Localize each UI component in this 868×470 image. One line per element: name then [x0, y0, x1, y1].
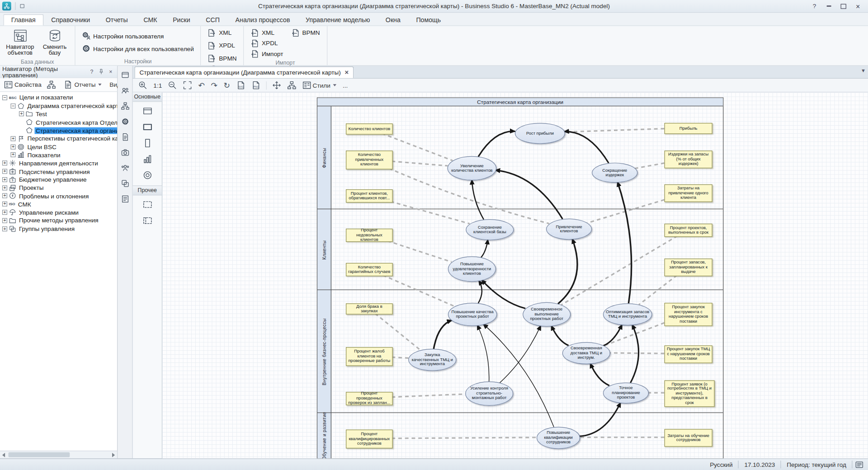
tree-expander-icon[interactable]: +: [2, 226, 7, 231]
panel-users-button[interactable]: [119, 85, 131, 96]
kpi-node[interactable]: Процент клиентов, обратившихся повт...: [346, 189, 393, 202]
undo-button[interactable]: ↶: [197, 80, 206, 90]
goal-node[interactable]: Сокращение издержек: [592, 163, 637, 183]
panel-help-button[interactable]: ?: [88, 67, 96, 75]
refresh-button[interactable]: ↻: [222, 80, 231, 90]
goal-node[interactable]: Увеличение количества клиентов: [448, 156, 497, 180]
ribbon-button-Настройки пользователя[interactable]: Настройки пользователя: [79, 30, 197, 41]
ribbon-button-Настройки для всех пользователей[interactable]: Настройки для всех пользователей: [79, 43, 197, 54]
goal-node[interactable]: Точное планирование проектов: [603, 382, 649, 404]
properties-button[interactable]: Свойства: [2, 79, 44, 90]
scroll-thumb[interactable]: [9, 452, 70, 457]
customize-quick-access-button[interactable]: [19, 1, 25, 11]
tree-item[interactable]: +Цели BSC: [0, 143, 117, 151]
tree-item[interactable]: +Показатели: [0, 151, 117, 159]
hierarchy-button[interactable]: [45, 79, 58, 90]
ribbon-button-Импорт-XML[interactable]: XML: [247, 27, 287, 38]
redo-button[interactable]: ↷: [210, 80, 218, 90]
tree-item[interactable]: +Перспективы стратегической карты: [0, 135, 117, 143]
goal-node[interactable]: Усиление контроля строительно-монтажных …: [465, 381, 513, 406]
goal-node[interactable]: Своевременное выполнение проектных работ: [523, 302, 571, 327]
tree-item[interactable]: +Test: [0, 110, 117, 118]
document-tab[interactable]: Стратегическая карта организации (Диагра…: [134, 66, 354, 78]
palette-shape-rect-button[interactable]: [137, 120, 157, 134]
close-tab-icon[interactable]: ×: [344, 69, 349, 76]
scroll-right-button[interactable]: [110, 451, 117, 458]
status-date[interactable]: 17.10.2023: [739, 461, 781, 468]
tree-item[interactable]: +Проекты: [0, 183, 117, 192]
status-period[interactable]: Период: текущий год: [781, 461, 852, 468]
kpi-node[interactable]: Процент проектов, выполненных в срок: [665, 224, 712, 237]
palette-section-Прочее[interactable]: Прочее: [133, 185, 162, 195]
ribbon-tab-Помощь[interactable]: Помощь: [408, 14, 448, 25]
panel-close-button[interactable]: ×: [107, 67, 115, 75]
kpi-node[interactable]: Количество клиентов: [346, 123, 393, 134]
tree-item[interactable]: −Диаграмма стратегической карты: [0, 102, 117, 110]
goal-node[interactable]: Оптимизация запасов ТМЦ и инструмента: [603, 303, 652, 325]
palette-shape-lane-button[interactable]: [137, 103, 157, 118]
kpi-node[interactable]: Процент заявок (о потребностях в ТМЦ и и…: [665, 381, 715, 407]
tree-expander-icon[interactable]: −: [2, 95, 7, 100]
tree-item[interactable]: −BSCЦели и показатели: [0, 94, 117, 102]
fit-screen-button[interactable]: [182, 80, 193, 90]
kpi-node[interactable]: Количество привлеченных клиентов: [346, 150, 393, 169]
panel-camera-button[interactable]: [119, 147, 131, 159]
tree-expander-icon[interactable]: +: [10, 144, 15, 149]
status-language[interactable]: Русский: [704, 461, 738, 468]
zoom-in-button[interactable]: [137, 80, 149, 90]
tree-item[interactable]: +Группы управления: [0, 225, 117, 233]
palette-shape-chart-button[interactable]: [137, 152, 157, 166]
tree-item[interactable]: +ISOСМК: [0, 200, 117, 208]
tree-expander-icon[interactable]: +: [10, 152, 15, 157]
navigator-hscrollbar[interactable]: [0, 451, 117, 458]
pan-button[interactable]: [271, 80, 282, 90]
tree-item[interactable]: Стратегическая карта Отдела о: [0, 118, 117, 126]
window-help-button[interactable]: ?: [808, 2, 821, 11]
panel-cards-button[interactable]: [119, 178, 131, 189]
goal-node[interactable]: Сохранение клиентской базы: [466, 219, 514, 240]
palette-shape-target-button[interactable]: [137, 168, 157, 182]
kpi-node[interactable]: Издержки на запасы (% от общих издержек): [665, 150, 712, 168]
kpi-node[interactable]: Прибыль: [665, 123, 712, 134]
tree-expander-icon[interactable]: −: [10, 103, 15, 108]
tree-expander-icon[interactable]: +: [2, 161, 7, 166]
panel-card-button[interactable]: [119, 69, 131, 81]
panel-orgchart-button[interactable]: [119, 100, 131, 112]
tree-expander-icon[interactable]: +: [2, 210, 7, 215]
ribbon-tab-Анализ процессов[interactable]: Анализ процессов: [227, 14, 298, 25]
tree-item[interactable]: +Прочие методы управления: [0, 216, 117, 225]
ribbon-tab-Отчеты[interactable]: Отчеты: [98, 14, 136, 25]
scroll-left-button[interactable]: [0, 451, 7, 458]
diagram-canvas[interactable]: Стратегическая карта организации Финансы…: [162, 93, 868, 459]
kpi-node[interactable]: Затраты на обучение сотрудников: [665, 429, 712, 446]
tree-expander-icon[interactable]: +: [2, 202, 7, 207]
ribbon-button-BPMN[interactable]: BPMN: [204, 52, 240, 63]
kpi-node[interactable]: Процент закупок ТМЦ с нарушением сроков …: [665, 345, 712, 363]
kpi-node[interactable]: Процент проведенных проверок из заплан..…: [346, 392, 393, 405]
tree-expander-icon[interactable]: +: [2, 185, 7, 190]
goal-node[interactable]: Закупка качественных ТМЦ и инструмента: [408, 349, 456, 371]
tree-expander-icon[interactable]: +: [2, 169, 7, 174]
goal-node[interactable]: Повышение качества проектных работ: [448, 303, 497, 326]
zoom-100-button[interactable]: 1:1: [152, 81, 163, 90]
ribbon-tab-Справочники[interactable]: Справочники: [43, 14, 98, 25]
window-minimize-button[interactable]: [822, 2, 836, 11]
tree-item[interactable]: Стратегическая карта организа: [0, 127, 117, 135]
ribbon-button-XPDL[interactable]: XPDL: [204, 40, 240, 51]
window-close-button[interactable]: ×: [851, 2, 865, 11]
tab-list-dropdown-icon[interactable]: ▼: [861, 68, 866, 74]
reports-button[interactable]: Отчеты: [61, 79, 104, 90]
kpi-node[interactable]: Затраты на привлечение одного клиента: [665, 184, 712, 202]
ribbon-tab-СМК[interactable]: СМК: [136, 14, 165, 25]
ribbon-tab-Риски[interactable]: Риски: [165, 14, 198, 25]
ribbon-tab-Управление моделью[interactable]: Управление моделью: [298, 14, 378, 25]
ribbon-button-Импорт-Импорт[interactable]: Импорт: [247, 48, 287, 59]
hierarchy-button[interactable]: [286, 80, 297, 90]
palette-section-Основные[interactable]: Основные: [133, 93, 162, 102]
panel-note-button[interactable]: [119, 193, 131, 205]
kpi-node[interactable]: Процент квалифицированных сотрудников: [346, 430, 393, 449]
ribbon-button-XML[interactable]: XML: [204, 27, 240, 38]
tree-item[interactable]: +Направления деятельности: [0, 159, 117, 167]
goal-node[interactable]: Своевременная доставка ТМЦ и инструм.: [562, 342, 610, 364]
panel-doc-button[interactable]: [119, 131, 131, 143]
